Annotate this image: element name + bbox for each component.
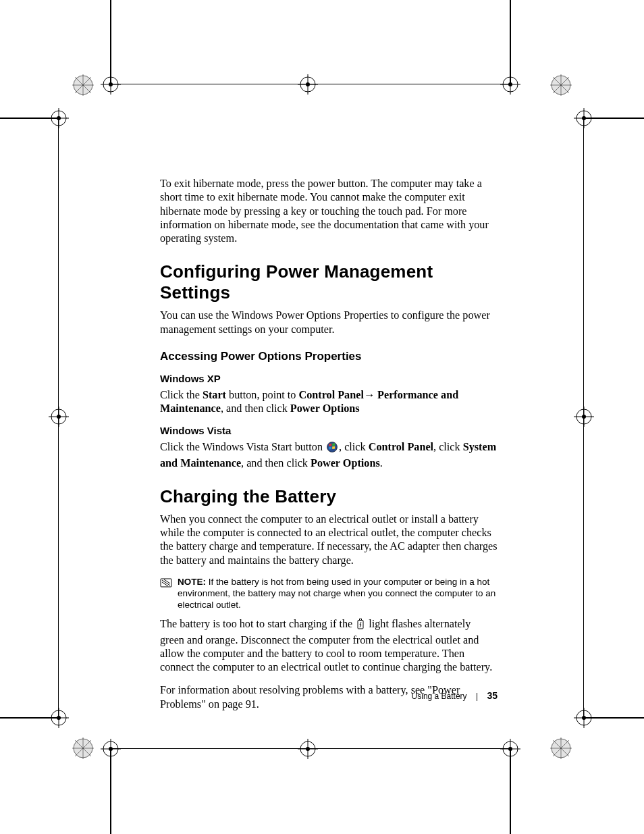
crop-line-icon: [510, 0, 511, 85]
registration-mark-icon: [549, 736, 573, 760]
svg-point-47: [576, 409, 591, 424]
text-bold: Power Options: [290, 402, 360, 415]
charging-p1: When you connect the computer to an elec…: [160, 513, 498, 567]
crosshair-mark-icon: [500, 74, 520, 95]
svg-point-11: [74, 76, 92, 95]
crop-line-icon: [583, 118, 584, 717]
svg-line-58: [75, 740, 91, 756]
text-run: .: [380, 457, 383, 469]
text-run: →: [364, 389, 377, 401]
intro-paragraph: To exit hibernate mode, press the power …: [160, 177, 498, 245]
svg-point-55: [74, 739, 92, 758]
svg-point-48: [582, 415, 586, 419]
heading-charging-battery: Charging the Battery: [160, 486, 498, 507]
note-body: If the battery is hot from being used in…: [178, 577, 495, 610]
page-number: 35: [487, 690, 498, 701]
crop-line-icon: [583, 118, 644, 119]
svg-point-40: [582, 116, 586, 120]
charging-p2: The battery is too hot to start charging…: [160, 617, 498, 674]
crop-line-icon: [110, 84, 511, 84]
text-run: Click the: [160, 389, 203, 401]
text-run: , click: [339, 441, 369, 453]
note-icon: [160, 578, 172, 588]
svg-point-43: [51, 409, 66, 424]
crosshair-mark-icon: [49, 708, 69, 728]
svg-point-77: [552, 739, 570, 758]
svg-rect-1: [329, 444, 331, 446]
crop-line-icon: [110, 748, 511, 749]
svg-point-61: [103, 741, 118, 756]
text-run: The battery is too hot to start charging…: [160, 618, 355, 630]
note-text: NOTE: If the battery is hot from being u…: [178, 577, 498, 611]
svg-line-59: [75, 740, 91, 756]
svg-rect-2: [332, 444, 335, 446]
svg-point-29: [503, 77, 518, 92]
battery-icon: [356, 619, 365, 633]
text-bold: Control Panel: [369, 441, 433, 453]
page-footer: Using a Battery | 35: [160, 690, 498, 701]
text-bold: Power Options: [311, 457, 380, 469]
svg-point-18: [109, 82, 113, 86]
registration-mark-icon: [549, 73, 573, 97]
text-bold: Control Panel: [299, 389, 364, 401]
svg-rect-4: [332, 446, 335, 449]
crosshair-mark-icon: [101, 739, 121, 759]
svg-point-26: [306, 82, 310, 86]
subheading-windows-vista: Windows Vista: [160, 425, 498, 436]
svg-line-14: [75, 77, 91, 93]
crosshair-mark-icon: [574, 108, 594, 128]
svg-point-52: [57, 716, 61, 720]
note-block: NOTE: If the battery is hot from being u…: [160, 577, 498, 611]
crosshair-mark-icon: [574, 708, 594, 728]
svg-rect-3: [329, 447, 331, 450]
crop-line-icon: [583, 717, 644, 719]
svg-point-0: [327, 442, 338, 452]
svg-line-80: [553, 740, 569, 756]
section1-intro: You can use the Windows Power Options Pr…: [160, 309, 498, 336]
text-run: Click the Windows Vista Start button: [160, 441, 325, 453]
svg-point-16: [74, 76, 92, 95]
crop-line-icon: [0, 118, 61, 119]
svg-point-62: [109, 747, 113, 751]
windows-vista-instructions: Click the Windows Vista Start button , c…: [160, 440, 498, 470]
svg-point-21: [51, 111, 66, 126]
page-content: To exit hibernate mode, press the power …: [160, 177, 498, 721]
svg-point-33: [552, 76, 570, 95]
svg-point-69: [503, 741, 518, 756]
svg-point-25: [300, 77, 315, 92]
crop-line-icon: [510, 748, 511, 834]
crop-line-icon: [0, 717, 61, 719]
svg-line-37: [553, 77, 569, 93]
heading-configuring-power: Configuring Power Management Settings: [160, 261, 498, 303]
crop-line-icon: [58, 118, 59, 717]
svg-point-82: [552, 739, 570, 758]
text-bold: Start: [203, 389, 226, 401]
crosshair-mark-icon: [298, 74, 318, 95]
svg-point-74: [582, 716, 586, 720]
svg-point-51: [51, 710, 66, 725]
crop-line-icon: [110, 748, 111, 834]
svg-point-66: [306, 747, 310, 751]
svg-point-39: [576, 111, 591, 126]
svg-point-30: [508, 82, 512, 86]
footer-separator: |: [476, 692, 478, 701]
subheading-accessing-power-options: Accessing Power Options Properties: [160, 350, 498, 363]
windows-xp-instructions: Click the Start button, point to Control…: [160, 388, 498, 416]
registration-mark-icon: [71, 736, 95, 760]
svg-point-44: [57, 415, 61, 419]
text-run: button, point to: [226, 389, 298, 401]
svg-point-73: [576, 710, 591, 725]
subheading-windows-xp: Windows XP: [160, 373, 498, 384]
crosshair-mark-icon: [49, 108, 69, 128]
crosshair-mark-icon: [49, 407, 69, 427]
svg-point-70: [508, 747, 512, 751]
note-label: NOTE:: [178, 577, 206, 587]
text-run: , and then click: [241, 457, 311, 469]
svg-point-22: [57, 116, 61, 120]
text-run: , and then click: [221, 402, 290, 415]
svg-line-15: [75, 77, 91, 93]
svg-line-81: [553, 740, 569, 756]
crosshair-mark-icon: [574, 407, 594, 427]
svg-point-60: [74, 739, 92, 758]
svg-point-38: [552, 76, 570, 95]
